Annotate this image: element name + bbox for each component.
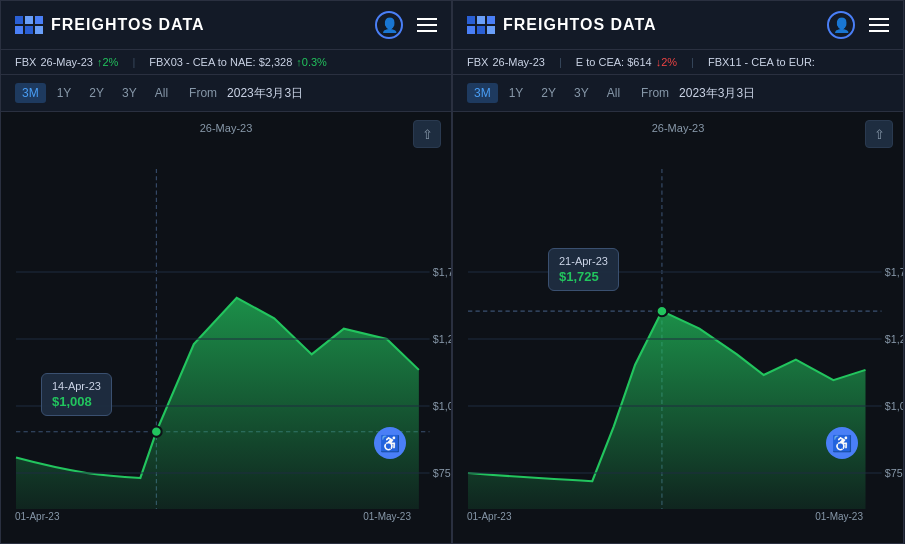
right-chart-area: 26-May-23 ⇧ (453, 112, 903, 543)
right-chart-fill (468, 311, 866, 509)
left-menu-icon[interactable] (417, 18, 437, 32)
right-logo-cell-4 (467, 26, 475, 34)
right-time-controls: 3M 1Y 2Y 3Y All From 2023年3月3日 (453, 75, 903, 112)
right-from-date: 2023年3月3日 (679, 85, 755, 102)
left-xlabel-apr: 01-Apr-23 (15, 511, 59, 522)
right-btn-all[interactable]: All (600, 83, 627, 103)
left-chart-x-labels: 01-Apr-23 01-May-23 (1, 509, 451, 522)
left-btn-2y[interactable]: 2Y (82, 83, 111, 103)
logo-cell-4 (15, 26, 23, 34)
right-menu-icon[interactable] (869, 18, 889, 32)
right-chart-x-labels: 01-Apr-23 01-May-23 (453, 509, 903, 522)
left-ticker-fbx03-label: FBX03 - CEA to NAE: $2,328 (149, 56, 292, 68)
right-logo-cell-2 (477, 16, 485, 24)
right-ticker-fbx11-label: FBX11 - CEA to EUR: (708, 56, 815, 68)
right-ticker-fbx: FBX 26-May-23 (467, 56, 545, 68)
left-btn-3m[interactable]: 3M (15, 83, 46, 103)
left-logo-grid (15, 16, 43, 34)
right-from-label: From (641, 86, 669, 100)
right-user-icon[interactable]: 👤 (827, 11, 855, 39)
right-logo-text: FREIGHTOS DATA (503, 16, 657, 34)
left-btn-all[interactable]: All (148, 83, 175, 103)
left-chart-date-top: 26-May-23 (1, 122, 451, 134)
right-header: FREIGHTOS DATA 👤 (453, 1, 903, 50)
right-ticker-fbx11: FBX11 - CEA to EUR: (708, 56, 815, 68)
right-ticker-bar: FBX 26-May-23 | E to CEA: $614 ↓2% | FBX… (453, 50, 903, 75)
right-panel: FREIGHTOS DATA 👤 FBX 26-May-23 | E to CE… (452, 0, 904, 544)
right-ylabel-1250: $1,250 (885, 333, 903, 345)
left-ticker-sep: | (132, 56, 135, 68)
left-chart-area: 26-May-23 ⇧ (1, 112, 451, 543)
right-btn-3m[interactable]: 3M (467, 83, 498, 103)
right-ticker-cea-label: E to CEA: $614 (576, 56, 652, 68)
right-logo-area: FREIGHTOS DATA (467, 16, 657, 34)
left-logo-area: FREIGHTOS DATA (15, 16, 205, 34)
right-ticker-cea-change: ↓2% (656, 56, 677, 68)
right-logo-cell-3 (487, 16, 495, 24)
right-btn-2y[interactable]: 2Y (534, 83, 563, 103)
logo-cell-1 (15, 16, 23, 24)
left-header: FREIGHTOS DATA 👤 (1, 1, 451, 50)
left-ylabel-750: $750 (433, 467, 451, 479)
right-ticker-fbx-label: FBX (467, 56, 488, 68)
left-ticker-fbx-label: FBX (15, 56, 36, 68)
right-ylabel-750: $750 (885, 467, 903, 479)
left-chart-svg-container: $1,750 $1,250 $1,000 $750 14-Apr-23 $1,0… (1, 138, 451, 509)
right-logo-cell-1 (467, 16, 475, 24)
right-xlabel-apr: 01-Apr-23 (467, 511, 511, 522)
logo-cell-3 (35, 16, 43, 24)
left-ticker-fbx-date: 26-May-23 (40, 56, 93, 68)
left-accessibility-button[interactable]: ♿ (374, 427, 406, 459)
right-accessibility-button[interactable]: ♿ (826, 427, 858, 459)
right-logo-grid (467, 16, 495, 34)
logo-cell-2 (25, 16, 33, 24)
right-ylabel-1750: $1,750 (885, 266, 903, 278)
logo-cell-5 (25, 26, 33, 34)
left-header-icons: 👤 (375, 11, 437, 39)
left-ylabel-1750: $1,750 (433, 266, 451, 278)
right-chart-svg-container: $1,750 $1,250 $1,000 $750 21-Apr-23 $1,7… (453, 138, 903, 509)
left-ticker-fbx-change: ↑2% (97, 56, 118, 68)
right-header-icons: 👤 (827, 11, 889, 39)
left-xlabel-may: 01-May-23 (363, 511, 411, 522)
right-logo-cell-6 (487, 26, 495, 34)
left-ylabel-1250: $1,250 (433, 333, 451, 345)
left-user-icon[interactable]: 👤 (375, 11, 403, 39)
logo-cell-6 (35, 26, 43, 34)
left-time-controls: 3M 1Y 2Y 3Y All From 2023年3月3日 (1, 75, 451, 112)
right-logo-cell-5 (477, 26, 485, 34)
right-btn-3y[interactable]: 3Y (567, 83, 596, 103)
left-tooltip-dot (151, 427, 162, 437)
left-btn-1y[interactable]: 1Y (50, 83, 79, 103)
left-ticker-bar: FBX 26-May-23 ↑2% | FBX03 - CEA to NAE: … (1, 50, 451, 75)
left-logo-text: FREIGHTOS DATA (51, 16, 205, 34)
left-panel: FREIGHTOS DATA 👤 FBX 26-May-23 ↑2% | FBX… (0, 0, 452, 544)
right-tooltip-dot (657, 306, 668, 316)
right-ticker-sep2: | (691, 56, 694, 68)
right-ylabel-1000: $1,000 (885, 400, 903, 412)
left-btn-3y[interactable]: 3Y (115, 83, 144, 103)
right-chart-date-top: 26-May-23 (453, 122, 903, 134)
left-from-date: 2023年3月3日 (227, 85, 303, 102)
left-ticker-fbx03-change: ↑0.3% (296, 56, 327, 68)
left-chart-fill (16, 298, 419, 509)
right-ticker-fbx-date: 26-May-23 (492, 56, 545, 68)
right-xlabel-may: 01-May-23 (815, 511, 863, 522)
left-ticker-fbx: FBX 26-May-23 ↑2% (15, 56, 118, 68)
left-from-label: From (189, 86, 217, 100)
right-btn-1y[interactable]: 1Y (502, 83, 531, 103)
right-ticker-cea: E to CEA: $614 ↓2% (576, 56, 677, 68)
left-ticker-fbx03: FBX03 - CEA to NAE: $2,328 ↑0.3% (149, 56, 327, 68)
right-ticker-sep1: | (559, 56, 562, 68)
left-ylabel-1000: $1,000 (433, 400, 451, 412)
